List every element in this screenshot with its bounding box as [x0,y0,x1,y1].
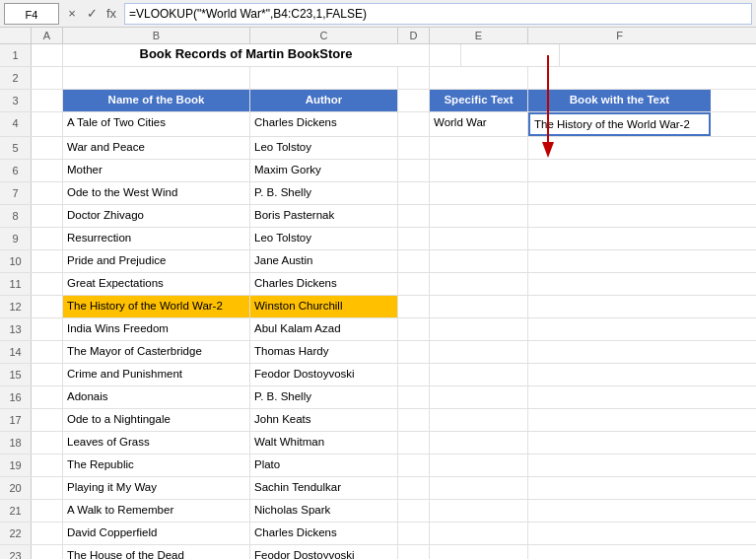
cell-b15[interactable]: Crime and Punishment [63,364,250,385]
cell-c7[interactable]: P. B. Shelly [250,182,398,204]
cell-d8[interactable] [398,205,430,227]
cell-c9[interactable]: Leo Tolstoy [250,228,398,249]
cell-e20[interactable] [430,477,528,499]
cell-b20[interactable]: Playing it My Way [63,477,250,499]
cell-b8[interactable]: Doctor Zhivago [63,205,250,227]
cell-c12[interactable]: Winston Churchill [250,296,398,317]
cell-e23[interactable] [430,545,528,559]
cell-e4[interactable]: World War [430,112,528,136]
cell-a1[interactable] [32,44,63,66]
cell-e15[interactable] [430,364,528,385]
cell-c6[interactable]: Maxim Gorky [250,160,398,181]
cell-e1[interactable] [461,44,560,66]
cell-a7[interactable] [32,182,63,204]
cell-b7[interactable]: Ode to the West Wind [63,182,250,204]
cell-a4[interactable] [32,112,63,136]
cell-f15[interactable] [528,364,711,385]
cell-e14[interactable] [430,341,528,363]
cell-c13[interactable]: Abul Kalam Azad [250,318,398,340]
cell-d21[interactable] [398,500,430,522]
cell-d12[interactable] [398,296,430,317]
cell-a12[interactable] [32,296,63,317]
cell-e16[interactable] [430,386,528,408]
cell-c22[interactable]: Charles Dickens [250,523,398,544]
cell-b2[interactable] [63,67,250,89]
col-header-e[interactable]: E [430,28,528,43]
cell-a11[interactable] [32,273,63,295]
cell-a17[interactable] [32,409,63,431]
cell-a9[interactable] [32,228,63,249]
cell-f5[interactable] [528,137,711,159]
cell-e10[interactable] [430,250,528,272]
cell-d23[interactable] [398,545,430,559]
cell-e17[interactable] [430,409,528,431]
cell-a21[interactable] [32,500,63,522]
cell-b11[interactable]: Great Expectations [63,273,250,295]
cell-a20[interactable] [32,477,63,499]
cell-d15[interactable] [398,364,430,385]
cell-d1[interactable] [430,44,461,66]
cell-c17[interactable]: John Keats [250,409,398,431]
cell-b6[interactable]: Mother [63,160,250,181]
cell-d16[interactable] [398,386,430,408]
cell-f21[interactable] [528,500,711,522]
cell-b21[interactable]: A Walk to Remember [63,500,250,522]
cell-d3[interactable] [398,90,430,111]
cell-c19[interactable]: Plato [250,454,398,476]
cell-e6[interactable] [430,160,528,181]
cell-f6[interactable] [528,160,711,181]
fx-button[interactable]: fx [103,6,120,21]
cell-b12[interactable]: The History of the World War-2 [63,296,250,317]
col-header-d[interactable]: D [398,28,430,43]
cell-a14[interactable] [32,341,63,363]
cell-b16[interactable]: Adonais [63,386,250,408]
cell-f10[interactable] [528,250,711,272]
cell-f8[interactable] [528,205,711,227]
cell-f2[interactable] [528,67,711,89]
cell-reference-box[interactable]: F4 [4,3,59,25]
cell-a10[interactable] [32,250,63,272]
cell-f7[interactable] [528,182,711,204]
cell-c18[interactable]: Walt Whitman [250,432,398,454]
cell-b18[interactable]: Leaves of Grass [63,432,250,454]
cell-e8[interactable] [430,205,528,227]
cell-c20[interactable]: Sachin Tendulkar [250,477,398,499]
cell-e22[interactable] [430,523,528,544]
cell-f16[interactable] [528,386,711,408]
cell-a18[interactable] [32,432,63,454]
confirm-formula-button[interactable]: ✓ [83,6,101,21]
cell-c11[interactable]: Charles Dickens [250,273,398,295]
cell-f11[interactable] [528,273,711,295]
cell-d20[interactable] [398,477,430,499]
cell-a19[interactable] [32,454,63,476]
cell-f13[interactable] [528,318,711,340]
cell-d10[interactable] [398,250,430,272]
cell-f19[interactable] [528,454,711,476]
cell-c10[interactable]: Jane Austin [250,250,398,272]
cell-e2[interactable] [430,67,528,89]
cell-a2[interactable] [32,67,63,89]
cell-d7[interactable] [398,182,430,204]
cell-b10[interactable]: Pride and Prejudice [63,250,250,272]
cell-b14[interactable]: The Mayor of Casterbridge [63,341,250,363]
cell-c15[interactable]: Feodor Dostoyvoski [250,364,398,385]
cell-c4[interactable]: Charles Dickens [250,112,398,136]
cell-e21[interactable] [430,500,528,522]
cell-e5[interactable] [430,137,528,159]
cell-d14[interactable] [398,341,430,363]
cell-f12[interactable] [528,296,711,317]
cell-d2[interactable] [398,67,430,89]
cell-e7[interactable] [430,182,528,204]
col-header-a[interactable]: A [32,28,63,43]
cell-d18[interactable] [398,432,430,454]
cell-a13[interactable] [32,318,63,340]
cell-d22[interactable] [398,523,430,544]
cell-a8[interactable] [32,205,63,227]
cell-c14[interactable]: Thomas Hardy [250,341,398,363]
cell-c16[interactable]: P. B. Shelly [250,386,398,408]
formula-input[interactable] [124,3,752,25]
cell-b4[interactable]: A Tale of Two Cities [63,112,250,136]
cell-c8[interactable]: Boris Pasternak [250,205,398,227]
cell-e18[interactable] [430,432,528,454]
col-header-b[interactable]: B [63,28,250,43]
